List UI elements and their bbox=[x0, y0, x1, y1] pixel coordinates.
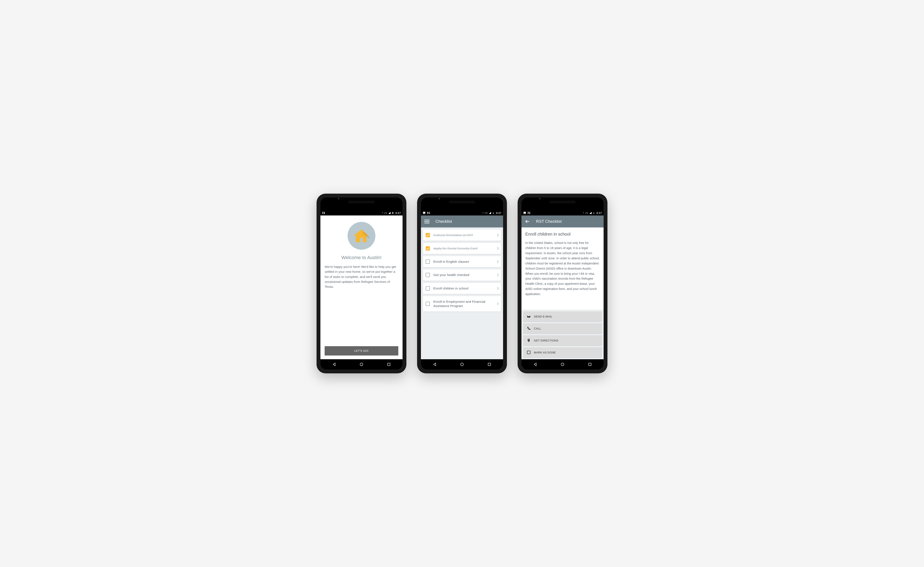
action-label: CALL bbox=[534, 327, 541, 330]
svg-rect-2 bbox=[388, 363, 390, 365]
checklist-item-label: Cultural Orientation at RST bbox=[434, 233, 495, 237]
signal-icon bbox=[589, 212, 592, 214]
nav-home-icon[interactable] bbox=[460, 362, 464, 367]
lte-label: LTE bbox=[484, 212, 488, 214]
checklist-item-label: Apply for Social Security Card bbox=[434, 246, 495, 251]
nav-back-icon[interactable] bbox=[533, 362, 537, 367]
phone-speaker-grill bbox=[449, 201, 475, 203]
checklist-item-label: Enroll in Employment and Financial Assis… bbox=[434, 299, 495, 308]
phone-mockup-welcome: LTE 8:47 Welcome to Austin! We're happ bbox=[316, 194, 406, 373]
nav-home-icon[interactable] bbox=[359, 362, 364, 367]
android-nav-bar bbox=[522, 359, 604, 370]
clock: 8:47 bbox=[396, 211, 401, 215]
lte-label: LTE bbox=[384, 212, 387, 214]
chevron-right-icon bbox=[496, 234, 499, 237]
clock: 8:47 bbox=[496, 211, 501, 215]
image-icon bbox=[423, 211, 426, 214]
checklist-item[interactable]: Enroll in Employment and Financial Assis… bbox=[423, 296, 501, 311]
bluetooth-icon bbox=[381, 212, 383, 214]
status-bar: LTE 8:47 bbox=[320, 210, 402, 215]
svg-point-14 bbox=[561, 363, 564, 365]
action-label: MARK AS DONE bbox=[534, 351, 556, 354]
detail-body-text: In the United States, school is not only… bbox=[525, 241, 600, 297]
signal-icon bbox=[388, 212, 391, 214]
nav-recent-icon[interactable] bbox=[387, 362, 391, 367]
checklist-item-label: Get your health checked bbox=[434, 273, 495, 277]
battery-icon bbox=[593, 211, 595, 214]
app-bar-title: RST Checklist bbox=[536, 219, 562, 224]
android-nav-bar bbox=[320, 359, 402, 370]
phone-icon bbox=[526, 326, 531, 331]
nav-back-icon[interactable] bbox=[432, 362, 437, 367]
email-icon bbox=[526, 314, 531, 319]
app-bar: RST Checklist bbox=[522, 215, 604, 227]
back-arrow-icon[interactable] bbox=[525, 219, 530, 224]
status-bar: LTE 8:47 bbox=[522, 210, 604, 215]
checkbox-icon[interactable] bbox=[426, 273, 430, 277]
phone-camera-dot bbox=[539, 198, 540, 199]
location-pin-icon bbox=[526, 338, 531, 343]
chevron-right-icon bbox=[496, 260, 499, 263]
hamburger-menu-icon[interactable] bbox=[424, 219, 429, 224]
checklist-item-label: Enroll in English classes bbox=[434, 260, 495, 264]
chevron-right-icon bbox=[496, 247, 499, 250]
nav-home-icon[interactable] bbox=[560, 362, 565, 367]
checklist-body[interactable]: Cultural Orientation at RST Apply for So… bbox=[421, 227, 503, 359]
nav-back-icon[interactable] bbox=[332, 362, 336, 367]
svg-rect-3 bbox=[423, 212, 425, 214]
get-directions-button[interactable]: GET DIRECTIONS bbox=[523, 335, 602, 346]
svg-rect-7 bbox=[424, 221, 429, 222]
lets-go-button[interactable]: LET'S GO! bbox=[325, 346, 398, 355]
phone-mockup-detail: LTE 8:47 RST Checklist Enroll children i… bbox=[518, 194, 608, 373]
svg-rect-15 bbox=[589, 363, 591, 365]
app-bar-title: Checklist bbox=[435, 219, 452, 224]
bluetooth-icon bbox=[482, 212, 484, 214]
nav-recent-icon[interactable] bbox=[588, 362, 592, 367]
app-bar: Checklist bbox=[421, 215, 503, 227]
n-logo-icon bbox=[528, 211, 531, 214]
checkbox-icon bbox=[526, 350, 531, 355]
phone-speaker-grill bbox=[349, 201, 374, 203]
detail-content[interactable]: Enroll children in school In the United … bbox=[522, 227, 604, 310]
svg-rect-13 bbox=[594, 213, 594, 214]
svg-rect-10 bbox=[488, 363, 490, 365]
checkbox-icon[interactable] bbox=[426, 286, 430, 290]
n-logo-icon bbox=[427, 211, 430, 214]
svg-rect-0 bbox=[393, 213, 393, 214]
checkbox-icon[interactable] bbox=[426, 260, 430, 264]
checklist-item[interactable]: Enroll children in school bbox=[423, 283, 501, 294]
svg-rect-11 bbox=[524, 212, 526, 214]
svg-point-9 bbox=[460, 363, 463, 365]
chevron-right-icon bbox=[496, 274, 499, 277]
home-icon-circle bbox=[348, 222, 375, 250]
checklist-item[interactable]: Cultural Orientation at RST bbox=[423, 230, 501, 241]
n-logo-icon bbox=[322, 211, 325, 214]
action-label: GET DIRECTIONS bbox=[534, 339, 558, 342]
android-nav-bar bbox=[421, 359, 503, 370]
phone-camera-dot bbox=[338, 198, 339, 199]
svg-rect-5 bbox=[493, 213, 494, 214]
image-icon bbox=[523, 211, 526, 214]
call-button[interactable]: CALL bbox=[523, 323, 602, 334]
status-bar: LTE 8:47 bbox=[421, 210, 503, 215]
svg-rect-6 bbox=[424, 220, 429, 220]
phone-speaker-grill bbox=[550, 201, 575, 203]
checklist-item[interactable]: Get your health checked bbox=[423, 269, 501, 281]
checkbox-checked-icon[interactable] bbox=[426, 246, 430, 251]
checklist-item[interactable]: Enroll in English classes bbox=[423, 256, 501, 267]
phone-camera-dot bbox=[438, 198, 440, 199]
checkbox-icon[interactable] bbox=[426, 302, 430, 306]
chevron-right-icon bbox=[496, 302, 499, 305]
home-icon bbox=[353, 227, 370, 244]
nav-recent-icon[interactable] bbox=[487, 362, 492, 367]
checkbox-checked-icon[interactable] bbox=[426, 233, 430, 237]
lte-label: LTE bbox=[585, 212, 588, 214]
detail-heading: Enroll children in school bbox=[525, 232, 600, 237]
send-email-button[interactable]: SEND E-MAIL bbox=[523, 311, 602, 322]
battery-icon bbox=[392, 211, 394, 214]
action-label: SEND E-MAIL bbox=[534, 315, 552, 318]
mark-as-done-button[interactable]: MARK AS DONE bbox=[523, 347, 602, 358]
bluetooth-icon bbox=[582, 212, 584, 214]
checklist-item-label: Enroll children in school bbox=[434, 286, 495, 290]
checklist-item[interactable]: Apply for Social Security Card bbox=[423, 243, 501, 254]
